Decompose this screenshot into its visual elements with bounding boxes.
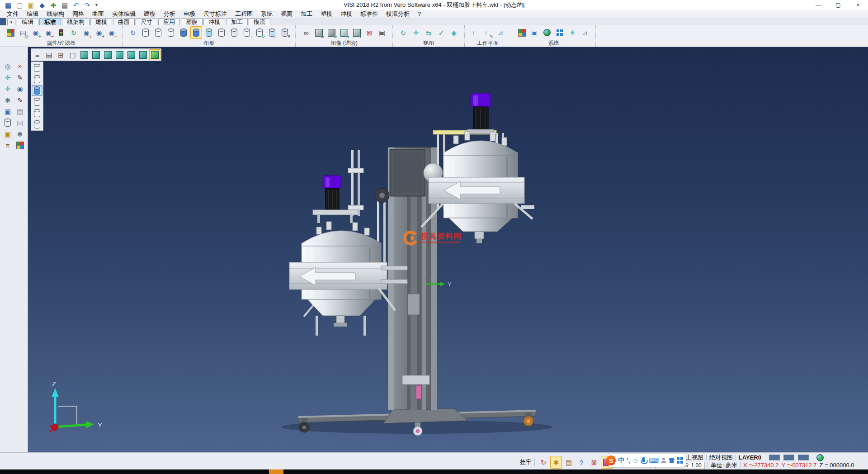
close-button[interactable]: ×: [848, 0, 868, 10]
tab-模流[interactable]: 模流: [249, 18, 270, 25]
viewport-3d[interactable]: Y Z Y ≡▤⊞▢: [28, 47, 868, 452]
view-cube-left-icon[interactable]: [126, 49, 137, 60]
view-cube-top-icon[interactable]: [79, 49, 90, 60]
view-cube-front-icon[interactable]: [90, 49, 102, 60]
ime-lang-icon[interactable]: 中: [618, 456, 624, 465]
hide-minus-icon[interactable]: ◉−: [106, 26, 118, 39]
layer-wireframe-icon[interactable]: [228, 26, 240, 39]
ime-mic-icon[interactable]: [642, 457, 645, 462]
view-cube-bottom-icon[interactable]: [137, 49, 149, 60]
3d-model-canvas[interactable]: Y Z Y: [28, 47, 868, 452]
clip-layer-active-icon[interactable]: [32, 85, 42, 96]
menu-item[interactable]: 模流分析: [382, 10, 414, 18]
undo-icon[interactable]: ↶: [71, 0, 81, 10]
menu-item[interactable]: 工程图: [231, 10, 257, 18]
sheet-doc2-icon[interactable]: ▤: [14, 117, 26, 128]
menu-item[interactable]: 系统: [257, 10, 277, 18]
menu-item[interactable]: 线架构: [42, 10, 68, 18]
layer-white-icon[interactable]: [216, 26, 227, 39]
clip-layer6-icon[interactable]: [32, 119, 42, 130]
tab-尺寸[interactable]: 尺寸: [136, 18, 157, 25]
hide-entity-icon[interactable]: ◉−: [42, 26, 54, 39]
view-single-icon[interactable]: ▢: [67, 49, 78, 60]
menu-item[interactable]: 冲模: [336, 10, 356, 18]
clip-layer4-icon[interactable]: [32, 96, 42, 107]
layer-empty-icon[interactable]: [140, 26, 151, 39]
show-plus-icon[interactable]: ◉+: [93, 26, 105, 39]
save-icon[interactable]: ◆: [37, 0, 47, 10]
taskbar-app-indicator[interactable]: [269, 469, 283, 474]
minimize-button[interactable]: —: [808, 0, 828, 10]
render-remove-icon[interactable]: ⊠: [363, 26, 375, 39]
clip-layer2-icon[interactable]: [32, 74, 42, 85]
tab-dropdown-icon[interactable]: ▼: [7, 19, 15, 25]
tab-建模[interactable]: 建模: [90, 18, 112, 25]
view-axes-icon[interactable]: ✛: [410, 26, 422, 39]
gear2-icon[interactable]: ✱: [14, 128, 26, 139]
menu-item[interactable]: 编辑: [23, 10, 42, 18]
app-window-icon[interactable]: ▦: [3, 0, 14, 10]
menu-item[interactable]: 视窗: [277, 10, 297, 18]
sogou-logo-icon[interactable]: S: [606, 455, 616, 465]
select-icon[interactable]: ◎: [2, 61, 14, 71]
layer-color-swatch[interactable]: [783, 451, 795, 464]
doc-inspect-icon[interactable]: ▤◎: [17, 26, 29, 39]
box-delete-icon[interactable]: ⊠: [588, 456, 600, 469]
view-window-icon[interactable]: ▤: [43, 49, 55, 60]
open-folder-icon[interactable]: ▣: [25, 0, 36, 10]
axis-cross-icon[interactable]: ✛: [2, 83, 14, 94]
menu-item[interactable]: 加工: [297, 10, 316, 18]
absolute-view-label[interactable]: 绝对视图: [709, 454, 733, 462]
settings-gear-icon[interactable]: ✱: [2, 95, 14, 105]
tab-编辑[interactable]: 编辑: [17, 18, 38, 25]
view-iso-icon[interactable]: ◈: [448, 26, 460, 39]
hammer-tool-icon[interactable]: ≡: [2, 140, 14, 151]
view-rotate-icon[interactable]: ↻: [397, 26, 409, 39]
tab-标准[interactable]: 标准: [39, 18, 61, 25]
print-icon[interactable]: ▤: [59, 0, 70, 10]
maximize-button[interactable]: ▢: [828, 0, 848, 10]
menu-item[interactable]: 网格: [68, 10, 88, 18]
clip-layer1-icon[interactable]: [32, 62, 42, 73]
layer-tools-icon[interactable]: ×: [279, 26, 291, 39]
box-paste-icon[interactable]: ▤: [563, 456, 575, 469]
import-icon[interactable]: ✚: [48, 0, 59, 10]
layer-indicator[interactable]: LAYER0: [739, 454, 761, 461]
view-grid-icon[interactable]: ⊞: [55, 49, 66, 60]
eye-view-icon[interactable]: ◉: [14, 83, 26, 94]
delete-icon[interactable]: ×: [14, 61, 26, 71]
menu-item[interactable]: 建模: [140, 10, 160, 18]
system-globe-icon[interactable]: [541, 26, 553, 39]
menu-item[interactable]: 曲面: [88, 10, 108, 18]
layer-color-swatch[interactable]: [797, 451, 809, 464]
world-icon[interactable]: [816, 454, 824, 461]
view-swap-icon[interactable]: ⇆: [423, 26, 434, 39]
redo-icon[interactable]: ↷: [82, 0, 93, 10]
magic-select-icon[interactable]: ✱: [550, 456, 562, 469]
view-cube-iso-icon[interactable]: [149, 49, 160, 60]
layer-empty2-icon[interactable]: [152, 26, 164, 39]
system-monitor-icon[interactable]: ▣: [528, 26, 540, 39]
render-shaded-icon[interactable]: ∞: [326, 26, 337, 39]
draw-pencil-icon[interactable]: ✎: [14, 95, 26, 105]
menu-item[interactable]: 实体编辑: [108, 10, 140, 18]
view-cube-back-icon[interactable]: [114, 49, 125, 60]
menu-item[interactable]: 塑模: [316, 10, 336, 18]
view-list-icon[interactable]: ≡: [32, 49, 43, 60]
tab-线架构[interactable]: 线架构: [62, 18, 90, 25]
palette-icon[interactable]: [14, 140, 26, 151]
ime-person-icon[interactable]: [661, 458, 666, 463]
tab-塑膜[interactable]: 塑膜: [181, 18, 203, 25]
edit-pencil-icon[interactable]: ✎: [14, 72, 26, 83]
render-sphere-icon[interactable]: ●: [338, 26, 350, 39]
refresh-filter-icon[interactable]: ↻_: [68, 26, 80, 39]
tab-冲模[interactable]: 冲模: [203, 18, 225, 25]
layer-cycle-icon[interactable]: ↻: [254, 26, 265, 39]
render-glasses-icon[interactable]: ∞: [300, 26, 312, 39]
show-entity-icon[interactable]: ◉+: [30, 26, 42, 39]
view-cube-side-icon[interactable]: [102, 49, 113, 60]
view-check-icon[interactable]: ✓: [435, 26, 447, 39]
clip-layer5-icon[interactable]: [32, 108, 42, 118]
ime-emoji-icon[interactable]: ☺: [632, 457, 639, 464]
new-file-icon[interactable]: ▢: [14, 0, 25, 10]
